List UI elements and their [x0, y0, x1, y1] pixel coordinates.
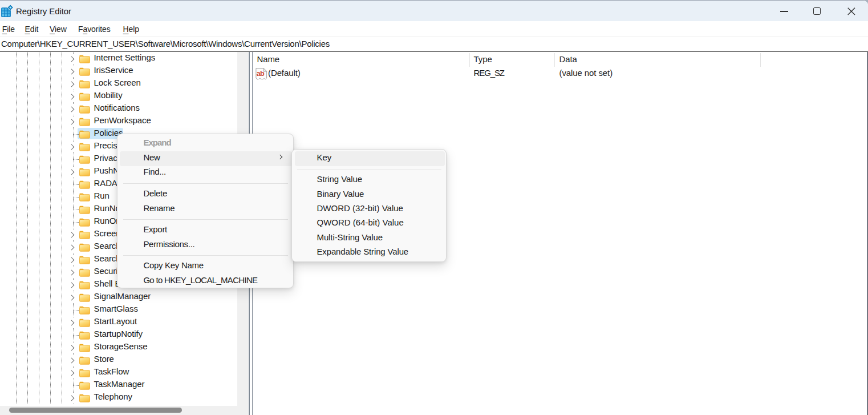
- svg-text:ab: ab: [257, 70, 265, 78]
